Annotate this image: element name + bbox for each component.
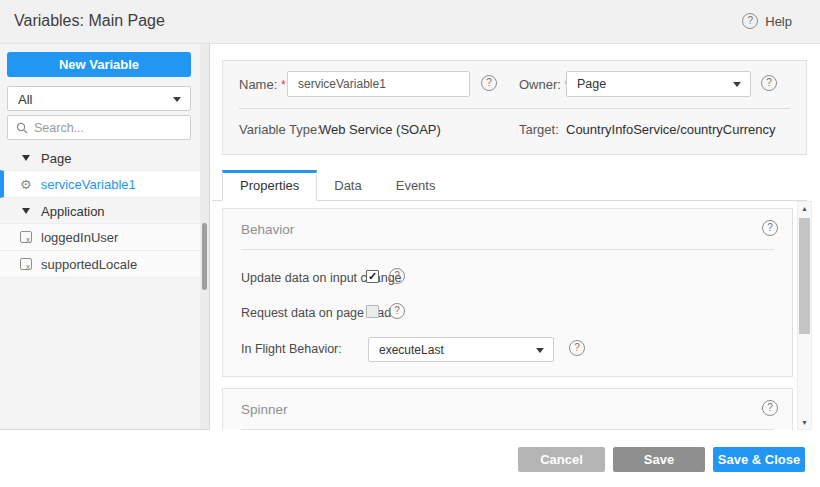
filter-selected-value: All (18, 91, 32, 106)
sidebar: New Variable All Page ⚙ serviceVariable1 (0, 44, 210, 430)
tab-events[interactable]: Events (379, 171, 453, 200)
owner-select[interactable]: Page (566, 71, 751, 97)
behavior-divider (241, 249, 774, 250)
check-icon: ✓ (367, 271, 378, 282)
spinner-section: Spinner (222, 388, 793, 430)
request-data-checkbox[interactable] (366, 305, 379, 318)
tree-group-application[interactable]: Application (0, 198, 200, 224)
scroll-up-icon[interactable]: ▲ (798, 202, 811, 215)
required-asterisk: * (281, 78, 286, 92)
main-panel: Name: * Owner: * Page Variable Type: Web… (210, 44, 820, 430)
tree-item-supportedlocale[interactable]: x supportedLocale (0, 250, 200, 278)
tab-data[interactable]: Data (317, 171, 378, 200)
save-button[interactable]: Save (613, 447, 705, 472)
new-variable-button[interactable]: New Variable (7, 52, 191, 77)
tree-item-servicevariable1[interactable]: ⚙ serviceVariable1 (0, 170, 200, 198)
chevron-down-icon (733, 82, 741, 87)
tree-item-label: loggedInUser (41, 230, 118, 245)
properties-scroll-area: Behavior Update data on input change ✓ R… (210, 201, 820, 430)
request-data-help-icon[interactable] (389, 303, 405, 319)
tree-item-loggedinuser[interactable]: x loggedInUser (0, 223, 200, 251)
scroll-thumb[interactable] (799, 218, 810, 334)
tree-item-label: serviceVariable1 (41, 177, 136, 192)
spinner-title: Spinner (241, 402, 288, 417)
top-bar: Variables: Main Page Help (0, 0, 820, 44)
chevron-down-icon (173, 97, 181, 102)
behavior-help-icon[interactable] (762, 220, 778, 236)
search-box[interactable] (7, 115, 191, 140)
help-button[interactable]: Help (742, 13, 792, 29)
form-divider (239, 108, 790, 109)
variable-icon: x (20, 231, 32, 243)
chevron-down-icon (536, 348, 544, 353)
tree-group-label: Page (41, 151, 71, 166)
tab-bar: Properties Data Events (212, 170, 807, 201)
behavior-title: Behavior (241, 222, 294, 237)
inflight-label: In Flight Behavior: (241, 342, 342, 356)
variable-type-label: Variable Type: (239, 122, 321, 137)
inflight-select[interactable]: executeLast (368, 337, 554, 362)
tab-properties[interactable]: Properties (222, 170, 317, 201)
owner-help-icon[interactable] (761, 75, 777, 91)
update-data-help-icon[interactable] (389, 268, 405, 284)
spinner-help-icon[interactable] (762, 400, 778, 416)
save-close-button[interactable]: Save & Close (713, 447, 805, 472)
name-input[interactable] (287, 71, 470, 97)
help-label: Help (765, 14, 792, 29)
target-label: Target: (519, 122, 559, 137)
name-label: Name: * (239, 77, 286, 92)
name-help-icon[interactable] (481, 75, 497, 91)
search-icon (16, 122, 28, 134)
owner-label: Owner: * (519, 77, 569, 92)
search-input[interactable] (34, 121, 174, 135)
update-data-checkbox[interactable]: ✓ (366, 270, 379, 283)
main-scrollbar[interactable]: ▲ ▼ (797, 201, 812, 430)
owner-selected-value: Page (577, 77, 606, 91)
cancel-button[interactable]: Cancel (518, 447, 605, 472)
inflight-help-icon[interactable] (569, 340, 585, 356)
variable-form-panel: Name: * Owner: * Page Variable Type: Web… (222, 60, 807, 155)
service-variable-icon: ⚙ (20, 178, 32, 191)
sidebar-scrollbar[interactable] (200, 44, 209, 429)
variables-dialog: Variables: Main Page Help New Variable A… (0, 0, 820, 487)
footer-buttons: Cancel Save Save & Close (518, 447, 805, 472)
variable-filter-select[interactable]: All (7, 86, 191, 111)
tree-group-page[interactable]: Page (0, 145, 200, 171)
page-title: Variables: Main Page (14, 12, 165, 30)
tree-item-label: supportedLocale (41, 257, 137, 272)
target-value: CountryInfoService/countryCurrency (566, 122, 776, 137)
variable-tree: Page ⚙ serviceVariable1 Application x lo… (0, 145, 200, 278)
collapse-arrow-icon (22, 208, 30, 214)
behavior-section: Behavior Update data on input change ✓ R… (222, 208, 793, 377)
variable-icon: x (20, 258, 32, 270)
tree-group-label: Application (41, 204, 105, 219)
sidebar-scroll-thumb[interactable] (202, 223, 207, 290)
footer: Cancel Save Save & Close (0, 430, 820, 487)
variable-type-value: Web Service (SOAP) (319, 122, 441, 137)
scroll-down-icon[interactable]: ▼ (798, 416, 811, 429)
help-icon (742, 13, 758, 29)
inflight-selected-value: executeLast (379, 343, 444, 357)
collapse-arrow-icon (22, 155, 30, 161)
